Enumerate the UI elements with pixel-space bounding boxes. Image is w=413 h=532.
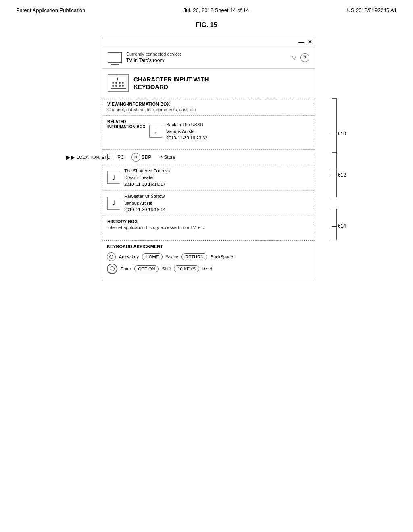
help-button[interactable]: ?: [300, 53, 309, 62]
music-item-2: ♩ Harvester Of Sorrow Various Artists 20…: [102, 190, 315, 216]
music-date-2: 2010-11-30 16:16:14: [124, 206, 165, 213]
related-info-box: RELATED INFORMATION BOX ♩ Back In The US…: [102, 116, 315, 149]
viewing-info-title: VIEWING-INFORMATION BOX: [107, 102, 310, 106]
help-icon: ?: [303, 55, 306, 60]
device-bdp[interactable]: ⊙ BDP: [131, 153, 152, 162]
annotation-612: — 612: [332, 172, 346, 178]
keyboard-assignment: KEYBOARD ASSIGNMENT Arrow key HOME Space…: [102, 241, 315, 280]
annotation-610: — 610: [332, 131, 346, 137]
music-date-0: 2010-11-30 16:23:32: [166, 135, 207, 141]
history-subtitle: Internet application history accessed fr…: [107, 225, 310, 230]
0to9-label: 0～9: [202, 266, 212, 272]
enter-label: Enter: [121, 266, 131, 271]
arrow-key-dial[interactable]: [107, 252, 116, 261]
music-title-2: Harvester Of Sorrow: [124, 193, 165, 200]
music-artist-1: Dream Theater: [124, 174, 170, 181]
info-boxes: VIEWING-INFORMATION BOX Channel, date/ti…: [102, 98, 315, 241]
music-title-1: The Shattered Fortress: [124, 168, 170, 175]
music-artist-0: Various Artists: [166, 128, 207, 135]
person-icon: ô: [117, 77, 119, 81]
option-button[interactable]: OPTION: [134, 265, 159, 272]
music-artist-2: Various Artists: [124, 200, 165, 207]
keyboard-dots: [112, 82, 124, 87]
music-items-top: ♩ Back In The USSR Various Artists 2010-…: [149, 119, 207, 144]
main-container: — × Currently connected device: TV in Ta…: [0, 37, 413, 280]
close-icon[interactable]: ×: [308, 39, 312, 45]
related-title-line1: RELATED: [107, 119, 126, 124]
music-info-1: The Shattered Fortress Dream Theater 201…: [124, 168, 170, 188]
store-label: Store: [164, 154, 175, 160]
device-label: Currently connected device:: [126, 51, 288, 57]
keyboard-bar-icon: [111, 88, 126, 89]
header-right: US 2012/0192245 A1: [347, 7, 397, 13]
related-title: RELATED INFORMATION BOX: [107, 119, 145, 144]
music-note-icon-2: ♩: [107, 197, 120, 210]
viewing-info-box: VIEWING-INFORMATION BOX Channel, date/ti…: [102, 98, 315, 116]
diagram-wrapper: — × Currently connected device: TV in Ta…: [69, 37, 344, 280]
kb-row-2: Enter OPTION Shift 10 KEYS 0～9: [107, 264, 310, 274]
device-store[interactable]: ⇒ Store: [159, 154, 175, 160]
viewing-info-subtitle: Channel, date/time, title, comments, cas…: [107, 107, 310, 112]
dropdown-arrow-icon[interactable]: ▽: [292, 54, 296, 61]
kb-row-1: Arrow key HOME Space RETURN BackSpace: [107, 252, 310, 261]
bdp-circle-icon: ⊙: [131, 153, 140, 162]
music-note-icon-1: ♩: [107, 171, 120, 184]
header-center: Jul. 26, 2012 Sheet 14 of 14: [184, 7, 249, 13]
store-arrow-icon: ⇒: [159, 154, 163, 160]
music-note-icon-0: ♩: [149, 125, 162, 138]
bdp-label: BDP: [142, 154, 152, 160]
dial-inner-1: [109, 255, 113, 259]
location-arrow-icon: ▶▶: [66, 154, 75, 160]
char-input-line2: KEYBOARD: [133, 83, 168, 90]
pc-label: PC: [117, 154, 124, 160]
char-input-line1: CHARACTER INPUT WITH: [133, 76, 209, 83]
location-label-outside: ▶▶ LOCATION, ETC: [66, 154, 111, 160]
music-item-1: ♩ The Shattered Fortress Dream Theater 2…: [102, 165, 315, 191]
music-title-0: Back In The USSR: [166, 121, 207, 128]
device-name: TV in Taro's room: [126, 57, 288, 64]
char-input-section: ô CHARACTER INPUT WITH KEYBOARD: [102, 69, 315, 98]
shift-label: Shift: [162, 266, 171, 271]
device-text: Currently connected device: TV in Taro's…: [126, 51, 288, 64]
location-text: LOCATION, ETC: [77, 155, 111, 160]
location-row: ▶▶ LOCATION, ETC PC ⊙ BDP ⇒ Store: [102, 149, 315, 165]
history-box: HISTORY BOX Internet application history…: [102, 216, 315, 240]
enter-dial[interactable]: [107, 264, 117, 274]
music-info-2: Harvester Of Sorrow Various Artists 2010…: [124, 193, 165, 213]
patent-header: Patent Application Publication Jul. 26, …: [0, 0, 413, 17]
device-row: Currently connected device: TV in Taro's…: [102, 47, 315, 69]
music-date-1: 2010-11-30 16:16:17: [124, 181, 170, 188]
kb-title: KEYBOARD ASSIGNMENT: [107, 244, 310, 249]
backspace-label: BackSpace: [211, 254, 233, 259]
10keys-button[interactable]: 10 KEYS: [174, 265, 199, 272]
music-item-0: ♩ Back In The USSR Various Artists 2010-…: [149, 119, 207, 144]
home-button[interactable]: HOME: [142, 253, 163, 260]
history-title: HISTORY BOX: [107, 219, 310, 224]
ui-panel: — × Currently connected device: TV in Ta…: [102, 37, 315, 280]
return-button[interactable]: RETURN: [181, 253, 207, 260]
char-input-label: CHARACTER INPUT WITH KEYBOARD: [133, 75, 209, 91]
tv-icon: [108, 52, 122, 63]
minimize-icon[interactable]: —: [298, 39, 304, 45]
header-left: Patent Application Publication: [16, 7, 85, 13]
music-info-0: Back In The USSR Various Artists 2010-11…: [166, 121, 207, 141]
related-title-line2: INFORMATION BOX: [107, 125, 145, 129]
arrow-key-label: Arrow key: [119, 254, 139, 259]
fig-title: FIG. 15: [0, 21, 413, 29]
title-bar: — ×: [102, 37, 315, 47]
related-header: RELATED INFORMATION BOX ♩ Back In The US…: [107, 119, 310, 144]
keyboard-icon-box: ô: [108, 74, 129, 92]
annotation-614: — 614: [332, 223, 346, 229]
music-items-bottom: ♩ The Shattered Fortress Dream Theater 2…: [102, 165, 315, 216]
dial-inner-2: [110, 266, 115, 271]
space-label: Space: [166, 254, 178, 259]
